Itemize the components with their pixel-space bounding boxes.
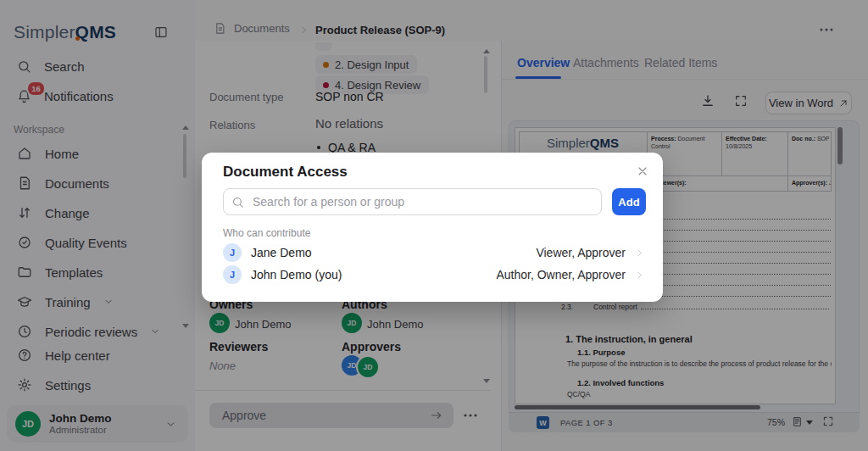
chevron-right-icon: [635, 248, 644, 258]
chevron-right-icon: [635, 270, 644, 280]
search-input[interactable]: [223, 188, 602, 215]
member-name: John Demo (you): [251, 268, 342, 281]
member-row[interactable]: J Jane Demo Viewer, Approver: [223, 242, 644, 263]
add-button[interactable]: Add: [612, 188, 646, 215]
search-icon: [231, 196, 244, 209]
member-roles: Viewer, Approver: [536, 246, 626, 259]
avatar: J: [223, 265, 242, 284]
member-name: Jane Demo: [251, 246, 312, 259]
app-root: SimplerQMS Search 16 Notifications Works…: [0, 0, 868, 451]
member-row[interactable]: J John Demo (you) Author, Owner, Approve…: [223, 264, 644, 285]
contribute-section-label: Who can contribute: [223, 227, 310, 239]
member-roles: Author, Owner, Approver: [496, 268, 626, 281]
document-access-modal: Document Access Add Who can contribute J…: [202, 153, 663, 302]
close-icon[interactable]: [636, 164, 649, 178]
avatar: J: [223, 243, 242, 262]
modal-title: Document Access: [223, 164, 348, 181]
